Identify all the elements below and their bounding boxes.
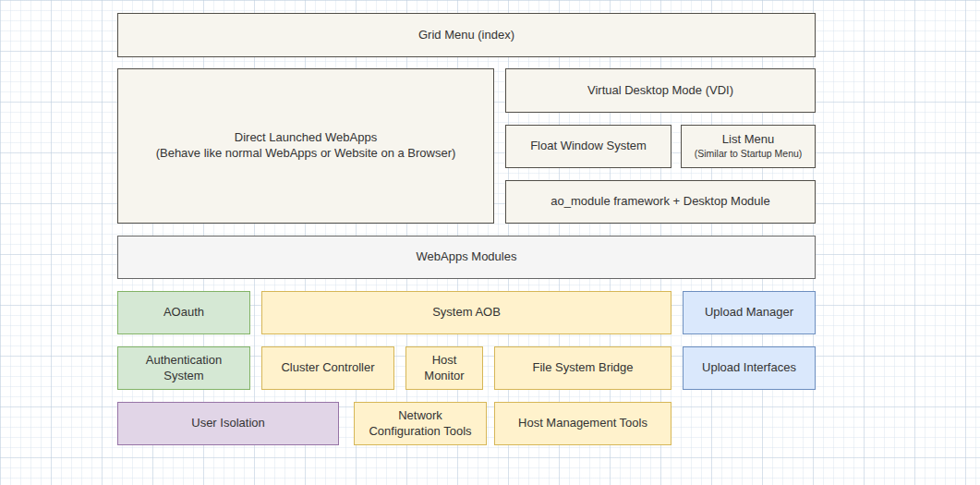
node-direct-launched-webapps-label: Direct Launched WebApps bbox=[235, 130, 377, 146]
node-aoauth: AOauth bbox=[117, 291, 250, 334]
node-direct-launched-webapps: Direct Launched WebApps (Behave like nor… bbox=[117, 68, 494, 224]
node-list-menu-label: List Menu bbox=[722, 132, 774, 148]
node-host-management-tools: Host Management Tools bbox=[494, 402, 671, 445]
node-virtual-desktop-mode-label: Virtual Desktop Mode (VDI) bbox=[587, 83, 733, 99]
node-upload-manager: Upload Manager bbox=[683, 291, 816, 334]
diagram-canvas: Grid Menu (index) Direct Launched WebApp… bbox=[0, 0, 980, 485]
node-user-isolation: User Isolation bbox=[117, 402, 339, 445]
node-upload-interfaces-label: Upload Interfaces bbox=[702, 360, 796, 376]
node-ao-module-framework-label: ao_module framework + Desktop Module bbox=[550, 194, 769, 210]
node-network-configuration-tools-label: Network Configuration Tools bbox=[361, 408, 479, 440]
node-webapps-modules: WebApps Modules bbox=[117, 236, 816, 279]
node-system-aob-label: System AOB bbox=[432, 305, 501, 321]
node-list-menu-sublabel: (Similar to Startup Menu) bbox=[695, 148, 803, 161]
node-file-system-bridge-label: File System Bridge bbox=[532, 360, 633, 376]
node-direct-launched-webapps-sublabel: (Behave like normal WebApps or Website o… bbox=[156, 146, 456, 162]
node-authentication-system-label: Authentication System bbox=[125, 353, 243, 384]
node-float-window-system-label: Float Window System bbox=[530, 139, 647, 154]
node-system-aob: System AOB bbox=[261, 291, 671, 334]
node-authentication-system: Authentication System bbox=[117, 346, 250, 390]
node-aoauth-label: AOauth bbox=[163, 305, 204, 321]
node-user-isolation-label: User Isolation bbox=[191, 416, 264, 431]
node-webapps-modules-label: WebApps Modules bbox=[417, 249, 517, 265]
node-grid-menu-label: Grid Menu (index) bbox=[418, 28, 514, 43]
node-host-monitor: Host Monitor bbox=[405, 346, 483, 390]
node-host-monitor-label: Host Monitor bbox=[413, 353, 476, 384]
node-file-system-bridge: File System Bridge bbox=[494, 346, 671, 390]
node-host-management-tools-label: Host Management Tools bbox=[518, 416, 647, 431]
node-cluster-controller: Cluster Controller bbox=[261, 346, 394, 390]
node-network-configuration-tools: Network Configuration Tools bbox=[354, 402, 487, 445]
node-upload-interfaces: Upload Interfaces bbox=[683, 346, 816, 390]
node-virtual-desktop-mode: Virtual Desktop Mode (VDI) bbox=[505, 68, 816, 113]
node-cluster-controller-label: Cluster Controller bbox=[281, 360, 374, 376]
node-upload-manager-label: Upload Manager bbox=[705, 305, 793, 321]
node-float-window-system: Float Window System bbox=[505, 125, 671, 168]
node-ao-module-framework: ao_module framework + Desktop Module bbox=[505, 180, 816, 224]
node-grid-menu: Grid Menu (index) bbox=[117, 13, 816, 57]
node-list-menu: List Menu (Similar to Startup Menu) bbox=[681, 125, 816, 168]
